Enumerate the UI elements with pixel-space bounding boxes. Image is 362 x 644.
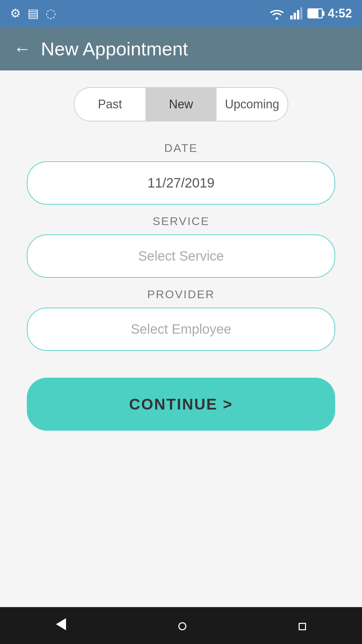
status-bar: ⚙ ▤ ◌ 4:52	[0, 0, 362, 27]
service-section: SERVICE Select Service	[27, 215, 335, 278]
bottom-nav	[0, 607, 362, 644]
tab-selector: Past New Upcoming	[74, 87, 288, 121]
clock-time: 4:52	[328, 6, 352, 20]
tab-new[interactable]: New	[145, 88, 217, 121]
app-bar: ← New Appointment	[0, 27, 362, 70]
svg-rect-3	[300, 7, 302, 19]
nav-recent-button[interactable]	[289, 613, 316, 638]
service-input[interactable]: Select Service	[27, 234, 335, 278]
svg-rect-0	[290, 15, 293, 19]
date-section: DATE 11/27/2019	[27, 142, 335, 205]
nav-back-button[interactable]	[46, 613, 76, 638]
service-label: SERVICE	[27, 215, 335, 228]
date-input[interactable]: 11/27/2019	[27, 161, 335, 205]
svg-rect-1	[294, 13, 296, 19]
status-bar-right: 4:52	[268, 6, 352, 20]
home-circle-icon	[178, 622, 186, 630]
nav-home-button[interactable]	[168, 613, 196, 638]
continue-button[interactable]: CONTINUE >	[27, 378, 335, 431]
sync-icon: ◌	[46, 6, 56, 20]
provider-section: PROVIDER Select Employee	[27, 288, 335, 351]
date-label: DATE	[27, 142, 335, 155]
svg-rect-2	[297, 10, 299, 19]
battery-icon	[307, 8, 323, 18]
tab-upcoming[interactable]: Upcoming	[217, 88, 288, 121]
settings-icon: ⚙	[10, 6, 21, 20]
back-triangle-icon	[56, 618, 66, 630]
recent-square-icon	[299, 623, 306, 630]
provider-label: PROVIDER	[27, 288, 335, 301]
provider-input[interactable]: Select Employee	[27, 308, 335, 351]
back-button[interactable]: ←	[13, 39, 31, 59]
main-content: Past New Upcoming DATE 11/27/2019 SERVIC…	[0, 70, 362, 607]
tab-past[interactable]: Past	[74, 88, 145, 121]
wifi-icon	[268, 7, 285, 19]
page-title: New Appointment	[41, 38, 188, 60]
sim-icon: ▤	[27, 6, 39, 20]
signal-icon	[290, 7, 302, 19]
status-bar-left: ⚙ ▤ ◌	[10, 6, 56, 20]
